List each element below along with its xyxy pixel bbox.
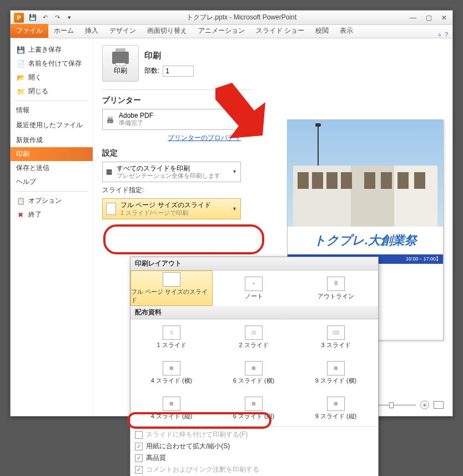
sidebar-recent[interactable]: 最近使用したファイル bbox=[11, 117, 93, 133]
tab-animations[interactable]: アニメーション bbox=[193, 24, 250, 38]
tab-design[interactable]: デザイン bbox=[104, 24, 142, 38]
sidebar-close[interactable]: 📁閉じる bbox=[11, 84, 93, 98]
handout-6h[interactable]: ▦6 スライド (横) bbox=[213, 355, 295, 390]
sidebar-info[interactable]: 情報 bbox=[11, 103, 93, 117]
preview-slide-title: トクプレ.大創業祭 bbox=[288, 227, 443, 254]
maximize-button[interactable]: ▢ bbox=[424, 14, 434, 22]
sidebar-help[interactable]: ヘルプ bbox=[11, 175, 93, 189]
print-heading: 印刷 bbox=[144, 51, 194, 61]
saveas-icon: 📄 bbox=[16, 59, 25, 68]
sidebar-exit-label: 終了 bbox=[28, 210, 42, 219]
printer-dropdown[interactable]: 🖨️ Adobe PDF 準備完了 ▼ bbox=[102, 109, 241, 130]
sidebar-saveandsend[interactable]: 保存と送信 bbox=[11, 161, 93, 175]
sidebar-saveandsend-label: 保存と送信 bbox=[16, 163, 49, 173]
sidebar-save[interactable]: 💾上書き保存 bbox=[11, 43, 93, 57]
tab-file[interactable]: ファイル bbox=[11, 24, 48, 38]
handout-1-icon: ▯ bbox=[163, 325, 180, 340]
zoom-slider-thumb[interactable] bbox=[389, 402, 394, 408]
handout-4v-icon: ▦ bbox=[163, 397, 180, 411]
save-icon[interactable]: 💾 bbox=[27, 13, 38, 23]
handout-4v[interactable]: ▦4 スライド (縦) bbox=[130, 390, 213, 426]
sidebar-options-label: オプション bbox=[28, 196, 62, 206]
print-button-label: 印刷 bbox=[114, 66, 127, 76]
backstage-sidebar: 💾上書き保存 📄名前を付けて保存 📂開く 📁閉じる 情報 最近使用したファイル … bbox=[11, 38, 93, 416]
sidebar-new[interactable]: 新規作成 bbox=[11, 133, 93, 147]
sidebar-info-label: 情報 bbox=[16, 106, 29, 115]
sidebar-save-label: 上書き保存 bbox=[28, 45, 62, 54]
handout-2[interactable]: ▯▯2 スライド bbox=[213, 319, 295, 355]
tab-view[interactable]: 表示 bbox=[334, 24, 359, 38]
sidebar-options[interactable]: 📋オプション bbox=[11, 194, 93, 208]
handout-9v[interactable]: ▦9 スライド (縦) bbox=[295, 390, 377, 426]
print-range-label: すべてのスライドを印刷 bbox=[117, 164, 220, 172]
sidebar-new-label: 新規作成 bbox=[16, 136, 43, 145]
ribbon-minimize-icon[interactable]: ▵ bbox=[438, 31, 441, 38]
tab-review[interactable]: 校閲 bbox=[310, 24, 334, 38]
sidebar-recent-label: 最近使用したファイル bbox=[16, 121, 83, 130]
window-controls: — ▢ ✕ bbox=[408, 14, 449, 22]
sidebar-open-label: 開く bbox=[28, 73, 42, 82]
handout-3[interactable]: ▯▯▯3 スライド bbox=[295, 319, 377, 355]
printer-properties-link[interactable]: プリンターのプロパティ bbox=[168, 134, 241, 142]
layout-full-page[interactable]: フル ページ サイズのスライド bbox=[130, 270, 213, 306]
sidebar-print[interactable]: 印刷 bbox=[11, 147, 93, 161]
open-folder-icon: 📂 bbox=[16, 73, 25, 82]
layout-dropdown[interactable]: フル ページ サイズのスライド 1 スライド/ページで印刷 ▼ bbox=[102, 198, 241, 219]
handout-9h-icon: ▦ bbox=[327, 361, 345, 375]
layout-outline[interactable]: ≣アウトライン bbox=[295, 270, 377, 306]
window-title: トクプレ.pptx - Microsoft PowerPoint bbox=[75, 13, 408, 22]
sidebar-exit[interactable]: ✖終了 bbox=[11, 208, 93, 222]
chevron-down-icon: ▼ bbox=[232, 117, 237, 122]
sidebar-close-label: 閉じる bbox=[28, 87, 48, 96]
printer-icon bbox=[112, 52, 129, 64]
handout-4h[interactable]: ▦4 スライド (横) bbox=[130, 355, 213, 390]
print-range-sub: プレゼンテーション全体を印刷します bbox=[117, 172, 220, 179]
printer-small-icon: 🖨️ bbox=[106, 116, 114, 123]
page-icon bbox=[106, 203, 116, 215]
sidebar-help-label: ヘルプ bbox=[16, 177, 36, 187]
handout-4h-icon: ▦ bbox=[163, 361, 180, 375]
redo-icon[interactable]: ↷ bbox=[52, 13, 63, 23]
help-icon[interactable]: ? bbox=[445, 31, 448, 38]
ribbon-tabs: ファイル ホーム 挿入 デザイン 画面切り替え アニメーション スライド ショー… bbox=[11, 25, 452, 38]
sidebar-saveas-label: 名前を付けて保存 bbox=[28, 59, 82, 68]
tab-transitions[interactable]: 画面切り替え bbox=[142, 24, 193, 38]
minimize-button[interactable]: — bbox=[408, 14, 418, 22]
options-icon: 📋 bbox=[16, 197, 25, 206]
copies-input[interactable] bbox=[163, 66, 194, 77]
handout-6v[interactable]: ▦6 スライド (縦) bbox=[213, 390, 295, 426]
gallery-header-handout: 配布資料 bbox=[130, 306, 378, 319]
tab-home[interactable]: ホーム bbox=[48, 24, 79, 38]
handout-6h-icon: ▦ bbox=[245, 361, 263, 375]
chevron-down-icon: ▼ bbox=[232, 169, 237, 174]
gallery-header-layout: 印刷レイアウト bbox=[130, 257, 378, 270]
zoom-in-button[interactable]: + bbox=[420, 400, 429, 409]
qat-dropdown-icon[interactable]: ▾ bbox=[64, 13, 75, 23]
outline-icon: ≣ bbox=[327, 277, 345, 291]
close-button[interactable]: ✕ bbox=[439, 14, 449, 22]
handout-2-icon: ▯▯ bbox=[245, 325, 263, 340]
layout-dropdown-sub: 1 スライド/ページで印刷 bbox=[120, 209, 211, 217]
quick-access-toolbar: 💾 ↶ ↷ ▾ bbox=[27, 13, 75, 23]
tab-insert[interactable]: 挿入 bbox=[79, 24, 104, 38]
notes-icon: ≡ bbox=[245, 277, 263, 291]
printer-name: Adobe PDF bbox=[119, 112, 153, 119]
chevron-down-icon: ▼ bbox=[232, 206, 237, 212]
print-button[interactable]: 印刷 bbox=[102, 45, 139, 82]
copies-label: 部数: bbox=[144, 66, 159, 76]
tab-slideshow[interactable]: スライド ショー bbox=[250, 24, 310, 38]
annotation-circle-1 bbox=[103, 224, 264, 254]
handout-6v-icon: ▦ bbox=[245, 397, 263, 411]
undo-icon[interactable]: ↶ bbox=[39, 13, 51, 23]
sidebar-saveas[interactable]: 📄名前を付けて保存 bbox=[11, 57, 93, 71]
handout-3-icon: ▯▯▯ bbox=[327, 325, 345, 340]
full-page-icon bbox=[163, 272, 180, 287]
handout-1[interactable]: ▯1 スライド bbox=[130, 319, 213, 355]
print-range-dropdown[interactable]: ▦ すべてのスライドを印刷 プレゼンテーション全体を印刷します ▼ bbox=[102, 162, 241, 183]
handout-9h[interactable]: ▦9 スライド (横) bbox=[295, 355, 377, 390]
sidebar-open[interactable]: 📂開く bbox=[11, 71, 93, 84]
layout-notes[interactable]: ≡ノート bbox=[213, 270, 295, 306]
layout-gallery-popup: 印刷レイアウト フル ページ サイズのスライド ≡ノート ≣アウトライン 配布資… bbox=[130, 257, 379, 427]
exit-icon: ✖ bbox=[16, 211, 25, 219]
zoom-fit-button[interactable] bbox=[434, 401, 444, 409]
